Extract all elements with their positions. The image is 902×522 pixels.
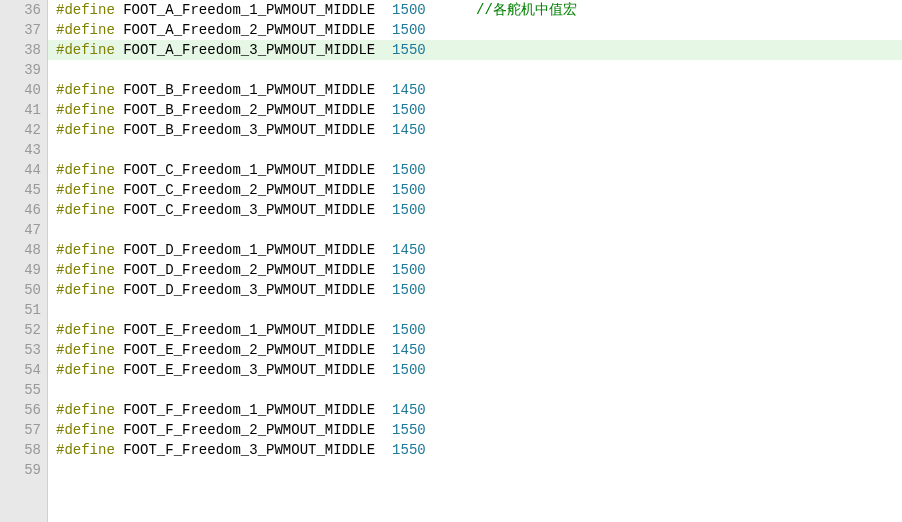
line-number: 53 [10, 340, 41, 360]
code-line[interactable]: #define FOOT_F_Freedom_1_PWMOUT_MIDDLE 1… [48, 400, 902, 420]
identifier-token: FOOT_E_Freedom_1_PWMOUT_MIDDLE [123, 322, 375, 338]
directive-token: #define [56, 322, 115, 338]
directive-token: #define [56, 122, 115, 138]
code-line[interactable]: #define FOOT_D_Freedom_2_PWMOUT_MIDDLE 1… [48, 260, 902, 280]
directive-token: #define [56, 422, 115, 438]
code-line[interactable]: #define FOOT_B_Freedom_1_PWMOUT_MIDDLE 1… [48, 80, 902, 100]
number-token: 1500 [392, 182, 426, 198]
number-token: 1550 [392, 422, 426, 438]
directive-token: #define [56, 42, 115, 58]
line-number: 44 [10, 160, 41, 180]
code-line[interactable]: #define FOOT_F_Freedom_2_PWMOUT_MIDDLE 1… [48, 420, 902, 440]
directive-token: #define [56, 242, 115, 258]
code-line[interactable] [48, 460, 902, 480]
line-number-gutter: 3637383940414243444546474849505152535455… [0, 0, 48, 522]
code-line[interactable] [48, 220, 902, 240]
line-number: 50 [10, 280, 41, 300]
number-token: 1450 [392, 122, 426, 138]
line-number: 36 [10, 0, 41, 20]
identifier-token: FOOT_C_Freedom_1_PWMOUT_MIDDLE [123, 162, 375, 178]
code-line[interactable]: #define FOOT_D_Freedom_1_PWMOUT_MIDDLE 1… [48, 240, 902, 260]
line-number: 54 [10, 360, 41, 380]
number-token: 1550 [392, 442, 426, 458]
line-number: 56 [10, 400, 41, 420]
directive-token: #define [56, 362, 115, 378]
identifier-token: FOOT_D_Freedom_3_PWMOUT_MIDDLE [123, 282, 375, 298]
code-line[interactable]: #define FOOT_E_Freedom_2_PWMOUT_MIDDLE 1… [48, 340, 902, 360]
directive-token: #define [56, 442, 115, 458]
code-line[interactable]: #define FOOT_A_Freedom_2_PWMOUT_MIDDLE 1… [48, 20, 902, 40]
line-number: 58 [10, 440, 41, 460]
identifier-token: FOOT_C_Freedom_3_PWMOUT_MIDDLE [123, 202, 375, 218]
line-number: 43 [10, 140, 41, 160]
line-number: 49 [10, 260, 41, 280]
identifier-token: FOOT_A_Freedom_3_PWMOUT_MIDDLE [123, 42, 375, 58]
identifier-token: FOOT_C_Freedom_2_PWMOUT_MIDDLE [123, 182, 375, 198]
code-line[interactable] [48, 140, 902, 160]
line-number: 52 [10, 320, 41, 340]
code-area[interactable]: #define FOOT_A_Freedom_1_PWMOUT_MIDDLE 1… [48, 0, 902, 522]
line-number: 51 [10, 300, 41, 320]
code-line[interactable]: #define FOOT_E_Freedom_3_PWMOUT_MIDDLE 1… [48, 360, 902, 380]
directive-token: #define [56, 82, 115, 98]
code-line[interactable]: #define FOOT_A_Freedom_3_PWMOUT_MIDDLE 1… [48, 40, 902, 60]
line-number: 46 [10, 200, 41, 220]
number-token: 1500 [392, 162, 426, 178]
code-line[interactable]: #define FOOT_B_Freedom_3_PWMOUT_MIDDLE 1… [48, 120, 902, 140]
code-line[interactable] [48, 300, 902, 320]
directive-token: #define [56, 202, 115, 218]
line-number: 39 [10, 60, 41, 80]
number-token: 1500 [392, 282, 426, 298]
number-token: 1500 [392, 102, 426, 118]
directive-token: #define [56, 402, 115, 418]
code-line[interactable] [48, 60, 902, 80]
identifier-token: FOOT_F_Freedom_3_PWMOUT_MIDDLE [123, 442, 375, 458]
identifier-token: FOOT_B_Freedom_3_PWMOUT_MIDDLE [123, 122, 375, 138]
directive-token: #define [56, 342, 115, 358]
number-token: 1450 [392, 342, 426, 358]
line-number: 41 [10, 100, 41, 120]
number-token: 1500 [392, 322, 426, 338]
identifier-token: FOOT_D_Freedom_1_PWMOUT_MIDDLE [123, 242, 375, 258]
line-number: 38 [10, 40, 41, 60]
line-number: 40 [10, 80, 41, 100]
directive-token: #define [56, 182, 115, 198]
code-line[interactable] [48, 380, 902, 400]
number-token: 1500 [392, 22, 426, 38]
line-number: 57 [10, 420, 41, 440]
directive-token: #define [56, 22, 115, 38]
number-token: 1500 [392, 262, 426, 278]
code-line[interactable]: #define FOOT_C_Freedom_2_PWMOUT_MIDDLE 1… [48, 180, 902, 200]
directive-token: #define [56, 282, 115, 298]
line-number: 55 [10, 380, 41, 400]
directive-token: #define [56, 2, 115, 18]
directive-token: #define [56, 162, 115, 178]
identifier-token: FOOT_B_Freedom_1_PWMOUT_MIDDLE [123, 82, 375, 98]
number-token: 1450 [392, 402, 426, 418]
line-number: 42 [10, 120, 41, 140]
identifier-token: FOOT_E_Freedom_2_PWMOUT_MIDDLE [123, 342, 375, 358]
line-number: 59 [10, 460, 41, 480]
code-line[interactable]: #define FOOT_D_Freedom_3_PWMOUT_MIDDLE 1… [48, 280, 902, 300]
code-line[interactable]: #define FOOT_C_Freedom_3_PWMOUT_MIDDLE 1… [48, 200, 902, 220]
code-line[interactable]: #define FOOT_B_Freedom_2_PWMOUT_MIDDLE 1… [48, 100, 902, 120]
code-line[interactable]: #define FOOT_E_Freedom_1_PWMOUT_MIDDLE 1… [48, 320, 902, 340]
number-token: 1500 [392, 2, 426, 18]
line-number: 48 [10, 240, 41, 260]
directive-token: #define [56, 102, 115, 118]
identifier-token: FOOT_D_Freedom_2_PWMOUT_MIDDLE [123, 262, 375, 278]
code-line[interactable]: #define FOOT_C_Freedom_1_PWMOUT_MIDDLE 1… [48, 160, 902, 180]
line-number: 37 [10, 20, 41, 40]
identifier-token: FOOT_F_Freedom_1_PWMOUT_MIDDLE [123, 402, 375, 418]
code-editor[interactable]: 3637383940414243444546474849505152535455… [0, 0, 902, 522]
line-number: 47 [10, 220, 41, 240]
identifier-token: FOOT_A_Freedom_1_PWMOUT_MIDDLE [123, 2, 375, 18]
number-token: 1450 [392, 242, 426, 258]
number-token: 1500 [392, 202, 426, 218]
comment-token: //各舵机中值宏 [476, 2, 577, 18]
identifier-token: FOOT_B_Freedom_2_PWMOUT_MIDDLE [123, 102, 375, 118]
code-line[interactable]: #define FOOT_F_Freedom_3_PWMOUT_MIDDLE 1… [48, 440, 902, 460]
code-line[interactable]: #define FOOT_A_Freedom_1_PWMOUT_MIDDLE 1… [48, 0, 902, 20]
identifier-token: FOOT_A_Freedom_2_PWMOUT_MIDDLE [123, 22, 375, 38]
line-number: 45 [10, 180, 41, 200]
